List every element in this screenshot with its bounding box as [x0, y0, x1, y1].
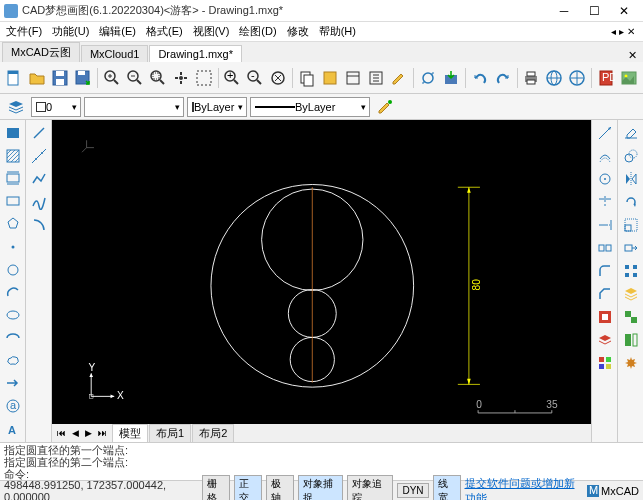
tab-nav-next[interactable]: ▶: [82, 428, 95, 438]
color-dropdown[interactable]: 0: [31, 97, 81, 117]
attribute-tool[interactable]: a: [2, 395, 24, 417]
menu-overflow[interactable]: ◂ ▸ ✕: [605, 26, 641, 37]
tab-mxcad-cloud[interactable]: MxCAD云图: [2, 42, 80, 62]
tab-nav-last[interactable]: ⏭: [95, 428, 110, 438]
copy2-tool[interactable]: [620, 145, 642, 167]
export-button[interactable]: [441, 66, 461, 90]
pan-button[interactable]: [171, 66, 191, 90]
status-osnap[interactable]: 对象捕捉: [298, 475, 344, 501]
tab-drawing1[interactable]: Drawing1.mxg*: [149, 45, 242, 62]
polyline-tool[interactable]: [28, 168, 50, 190]
close-button[interactable]: ✕: [609, 1, 639, 21]
arc-tool[interactable]: [2, 281, 24, 303]
new-button[interactable]: [4, 66, 24, 90]
saveas-button[interactable]: [73, 66, 93, 90]
menu-draw[interactable]: 绘图(D): [235, 22, 280, 41]
zoom-realtime-button[interactable]: +: [222, 66, 242, 90]
extend-tool[interactable]: [594, 214, 616, 236]
menu-edit[interactable]: 编辑(E): [95, 22, 140, 41]
erase-tool[interactable]: [620, 122, 642, 144]
mirror-tool[interactable]: [620, 168, 642, 190]
split-tool[interactable]: [620, 329, 642, 351]
feedback-link[interactable]: 提交软件问题或增加新功能: [465, 476, 584, 501]
move-tool[interactable]: [594, 122, 616, 144]
isolate-tool[interactable]: [594, 306, 616, 328]
open-button[interactable]: [27, 66, 47, 90]
lineweight-dropdown[interactable]: ByLayer: [250, 97, 370, 117]
edit-button[interactable]: [389, 66, 409, 90]
undo-button[interactable]: [470, 66, 490, 90]
ellipse-tool[interactable]: [2, 304, 24, 326]
web-button[interactable]: [544, 66, 564, 90]
cut-button[interactable]: [320, 66, 340, 90]
region-tool[interactable]: [2, 168, 24, 190]
layout-tab-1[interactable]: 布局1: [149, 424, 191, 443]
cloud-button[interactable]: [567, 66, 587, 90]
tabs-close[interactable]: ✕: [624, 49, 641, 62]
rectangle-fill-tool[interactable]: [2, 122, 24, 144]
color-tool[interactable]: [594, 352, 616, 374]
image-button[interactable]: [619, 66, 639, 90]
layout-tab-model[interactable]: 模型: [112, 424, 148, 443]
layer-tool[interactable]: [620, 283, 642, 305]
print-button[interactable]: [521, 66, 541, 90]
drawing-canvas[interactable]: 80 X Y: [52, 120, 591, 424]
fillet-tool[interactable]: [594, 260, 616, 282]
redo-button[interactable]: [493, 66, 513, 90]
point-tool[interactable]: [2, 236, 24, 258]
array-tool[interactable]: [620, 260, 642, 282]
zoom-previous-button[interactable]: -: [245, 66, 265, 90]
menu-format[interactable]: 格式(E): [142, 22, 187, 41]
layout-tab-2[interactable]: 布局2: [192, 424, 234, 443]
circle-mod-tool[interactable]: [594, 168, 616, 190]
menu-modify[interactable]: 修改: [283, 22, 313, 41]
rectangle-tool[interactable]: [2, 190, 24, 212]
polygon-tool[interactable]: [2, 213, 24, 235]
menu-view[interactable]: 视图(V): [189, 22, 234, 41]
revision-cloud-tool[interactable]: [2, 350, 24, 372]
paste-button[interactable]: [343, 66, 363, 90]
layer-off-tool[interactable]: [594, 329, 616, 351]
break-tool[interactable]: [594, 237, 616, 259]
zoom-in-button[interactable]: [102, 66, 122, 90]
zoom-window-button[interactable]: [148, 66, 168, 90]
status-ortho[interactable]: 正交: [234, 475, 262, 501]
menu-file[interactable]: 文件(F): [2, 22, 46, 41]
color-picker-button[interactable]: [373, 95, 397, 119]
offset-tool[interactable]: [594, 145, 616, 167]
zoom-extents-button[interactable]: [194, 66, 214, 90]
tab-nav-prev[interactable]: ◀: [69, 428, 82, 438]
tab-nav-first[interactable]: ⏮: [54, 428, 69, 438]
trim-tool[interactable]: [594, 191, 616, 213]
zoom-out-button[interactable]: [125, 66, 145, 90]
arrow-tool[interactable]: [2, 373, 24, 395]
stretch-tool[interactable]: [620, 237, 642, 259]
arc2-tool[interactable]: [28, 214, 50, 236]
layer-dropdown[interactable]: [84, 97, 184, 117]
layers-button[interactable]: [4, 95, 28, 119]
merge-tool[interactable]: [620, 306, 642, 328]
copy-button[interactable]: [297, 66, 317, 90]
linetype-dropdown[interactable]: ByLayer: [187, 97, 247, 117]
zoom-all-button[interactable]: [268, 66, 288, 90]
status-polar[interactable]: 极轴: [266, 475, 294, 501]
status-otrack[interactable]: 对象追踪: [347, 475, 393, 501]
save-button[interactable]: [50, 66, 70, 90]
text-tool[interactable]: A: [2, 418, 24, 440]
explode-tool[interactable]: [620, 352, 642, 374]
circle-tool[interactable]: [2, 259, 24, 281]
status-dyn[interactable]: DYN: [397, 483, 428, 498]
status-lineweight[interactable]: 线宽: [433, 475, 461, 501]
hatch-tool[interactable]: [2, 145, 24, 167]
status-grid[interactable]: 栅格: [202, 475, 230, 501]
properties-button[interactable]: [366, 66, 386, 90]
rotate-tool[interactable]: [620, 191, 642, 213]
ellipse-arc-tool[interactable]: [2, 327, 24, 349]
scale-tool[interactable]: [620, 214, 642, 236]
menu-help[interactable]: 帮助(H): [315, 22, 360, 41]
pdf-button[interactable]: PDF: [596, 66, 616, 90]
menu-function[interactable]: 功能(U): [48, 22, 93, 41]
minimize-button[interactable]: ─: [549, 1, 579, 21]
spline-tool[interactable]: [28, 191, 50, 213]
line-tool[interactable]: [28, 122, 50, 144]
